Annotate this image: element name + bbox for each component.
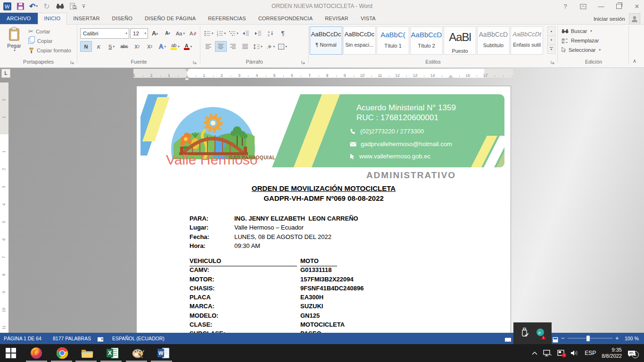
font-size-combo[interactable]: 12▾ (130, 28, 148, 39)
ribbon-tab[interactable]: INICIO (38, 13, 67, 25)
ribbon-tab[interactable]: INSERTAR (67, 13, 106, 24)
select-button[interactable]: Seleccionar▾ (561, 46, 601, 54)
excel-icon[interactable]: X (107, 347, 119, 359)
usb-device-icon[interactable] (520, 327, 529, 339)
highlight-button[interactable]: ab▾ (169, 41, 181, 52)
numbering-button[interactable]: 123▾ (215, 28, 228, 39)
bullets-button[interactable]: ▾ (203, 28, 215, 39)
tab-archivo[interactable]: ARCHIVO (0, 13, 38, 24)
change-case-button[interactable]: Aa▾ (174, 28, 186, 39)
firefox-icon[interactable] (30, 347, 42, 359)
eset-antivirus-icon[interactable]: e ! (536, 328, 545, 338)
multilevel-list-button[interactable]: ▾ (228, 28, 240, 39)
word-count[interactable]: 8177 PALABRAS (53, 333, 91, 344)
shrink-font-button[interactable]: A▾ (162, 28, 173, 39)
text-effects-button[interactable]: A▾ (157, 41, 168, 52)
clear-formatting-button[interactable]: A (187, 28, 199, 39)
increase-indent-button[interactable] (253, 28, 264, 39)
grow-font-button[interactable]: A▴ (149, 28, 161, 39)
word-icon[interactable]: W (157, 347, 170, 359)
chrome-icon[interactable] (56, 347, 68, 359)
shading-button[interactable]: ▾ (264, 41, 277, 52)
restore-icon[interactable] (615, 2, 623, 11)
style-card[interactable]: AaBbCcDt Énfasis sutil (511, 26, 543, 55)
underline-button[interactable]: S▾ (106, 41, 117, 52)
tab-stop-selector[interactable]: L (1, 69, 10, 78)
subscript-button[interactable]: X2 (131, 41, 143, 52)
security-alert-icon[interactable]: ! (557, 350, 565, 356)
style-card[interactable]: AaBbCcD Título 2 (410, 26, 443, 55)
find-binoculars-icon[interactable] (56, 1, 64, 11)
styles-dialog-launcher[interactable] (550, 60, 556, 66)
font-family-combo[interactable]: Calibri▾ (80, 28, 129, 39)
ribbon-display-options-icon[interactable] (579, 2, 587, 11)
keyboard-language[interactable]: ESP (585, 350, 596, 356)
print-preview-icon[interactable] (69, 1, 77, 11)
file-explorer-icon[interactable] (81, 347, 93, 359)
font-dialog-launcher[interactable] (192, 60, 198, 66)
help-icon[interactable]: ? (561, 2, 570, 11)
ribbon-tab[interactable]: DISEÑO DE PÁGINA (139, 13, 202, 24)
align-left-button[interactable] (203, 41, 215, 52)
ribbon-tab[interactable]: VISTA (355, 13, 382, 24)
font-color-button[interactable]: A▾ (182, 41, 194, 52)
word-logo-icon[interactable]: W (3, 1, 11, 11)
replace-button[interactable]: abac Reemplazar (561, 36, 599, 45)
format-painter-button[interactable]: Copiar formato (28, 46, 71, 54)
paint-icon[interactable] (132, 347, 144, 359)
ribbon-tab[interactable]: DISEÑO (106, 13, 139, 24)
styles-scroll-down-icon[interactable]: ▾ (547, 35, 555, 45)
ribbon-tab[interactable]: REFERENCIAS (202, 13, 252, 24)
zoom-out-icon[interactable]: − (561, 333, 565, 344)
style-card[interactable]: AaBbCcD Subtítulo (477, 26, 510, 55)
paste-button[interactable]: Pegar ▾ (3, 26, 25, 58)
right-indent-marker[interactable] (448, 74, 453, 78)
superscript-button[interactable]: X2 (144, 41, 156, 52)
document-page[interactable]: Valle Hermoso GAD PARROQUIAL Acuerdo Min… (137, 86, 511, 333)
minimize-icon[interactable]: — (597, 2, 605, 11)
close-icon[interactable]: × (633, 2, 641, 11)
zoom-level[interactable]: 100 % (625, 333, 639, 344)
redo-icon[interactable]: ↻ (42, 1, 51, 11)
start-button[interactable] (5, 347, 17, 359)
decrease-indent-button[interactable] (240, 28, 252, 39)
clock[interactable]: 9:35 8/8/2022 (602, 347, 622, 359)
save-icon[interactable] (16, 1, 25, 11)
justify-button[interactable] (239, 41, 251, 52)
language-indicator[interactable]: ESPAÑOL (ECUADOR) (112, 333, 165, 344)
borders-button[interactable]: ▾ (277, 41, 289, 52)
left-indent-marker[interactable] (185, 78, 189, 81)
ribbon-tab[interactable]: REVISAR (319, 13, 355, 24)
speaker-icon[interactable] (570, 350, 579, 356)
style-card[interactable]: AaBbCcDc Sin espaci... (343, 26, 376, 55)
style-card[interactable]: AaBbC( Título 1 (377, 26, 409, 55)
paragraph-dialog-launcher[interactable] (301, 60, 306, 66)
zoom-in-icon[interactable]: + (615, 333, 619, 344)
ribbon-tab[interactable]: CORRESPONDENCIA (252, 13, 319, 24)
align-center-button[interactable] (215, 41, 227, 52)
find-button[interactable]: Buscar▾ (561, 27, 592, 35)
undo-icon[interactable]: ↶▾ (29, 1, 38, 11)
clipboard-dialog-launcher[interactable] (70, 60, 75, 66)
action-center-icon[interactable]: 1 (627, 350, 636, 357)
style-card[interactable]: AaBbCcDc ¶ Normal (310, 26, 342, 55)
cut-button[interactable]: ✂Cortar (28, 27, 71, 35)
sign-in[interactable]: Iniciar sesión (594, 13, 640, 25)
zoom-slider-handle[interactable] (586, 336, 590, 341)
customize-qat-icon[interactable]: ▾ (82, 5, 85, 8)
strikethrough-button[interactable]: abc (118, 41, 130, 52)
first-line-indent-marker[interactable] (185, 69, 189, 72)
styles-scroll-up-icon[interactable]: ▴ (547, 26, 555, 36)
italic-button[interactable]: K (93, 41, 105, 52)
network-icon[interactable] (543, 350, 552, 356)
bold-button[interactable]: N (80, 41, 92, 52)
align-right-button[interactable] (227, 41, 239, 52)
collapse-ribbon-icon[interactable]: ∧ (633, 58, 636, 64)
tray-chevron-icon[interactable] (532, 351, 537, 355)
line-spacing-button[interactable]: ▾ (252, 41, 264, 52)
style-card[interactable]: AaBl Puesto (444, 26, 476, 55)
page-indicator[interactable]: PÁGINA 1 DE 64 (4, 333, 41, 344)
styles-more-icon[interactable]: ▾ (547, 44, 555, 54)
zoom-slider-track[interactable] (568, 338, 612, 338)
show-paragraph-marks-button[interactable]: ¶ (277, 28, 289, 39)
